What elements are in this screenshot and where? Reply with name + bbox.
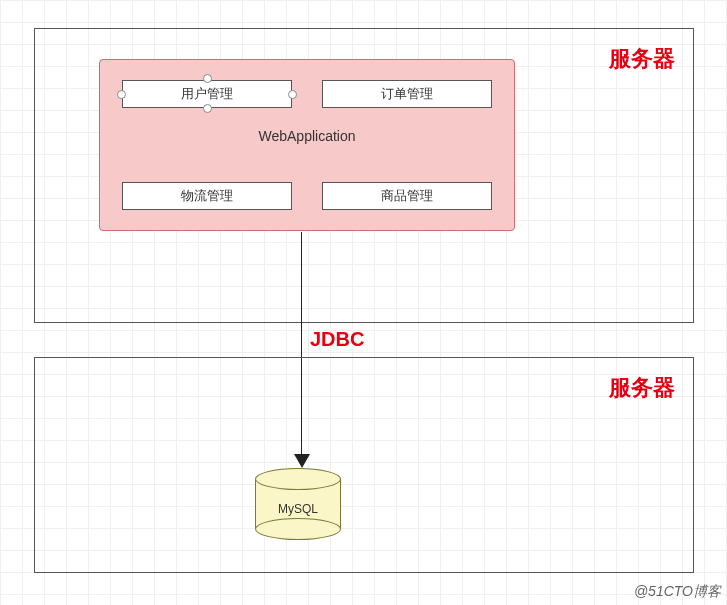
selection-handle-icon [288,90,297,99]
selection-handle-icon [203,104,212,113]
server-box-bottom: 服务器 MySQL [34,357,694,573]
server-bottom-label: 服务器 [609,373,675,403]
module-logistics: 物流管理 [122,182,292,210]
jdbc-label: JDBC [310,328,364,351]
webapp-container: WebApplication 用户管理 订单管理 物流管理 商品管理 [99,59,515,231]
server-box-top: 服务器 WebApplication 用户管理 订单管理 物流管理 商品管理 [34,28,694,323]
watermark-text: @51CTO博客 [634,583,721,601]
database-label: MySQL [255,502,341,516]
database-cylinder: MySQL [255,468,341,538]
webapp-title: WebApplication [100,128,514,144]
module-order: 订单管理 [322,80,492,108]
selection-handle-icon [203,74,212,83]
selection-handle-icon [117,90,126,99]
cylinder-top [255,468,341,490]
server-top-label: 服务器 [609,44,675,74]
module-product: 商品管理 [322,182,492,210]
cylinder-bottom [255,518,341,540]
